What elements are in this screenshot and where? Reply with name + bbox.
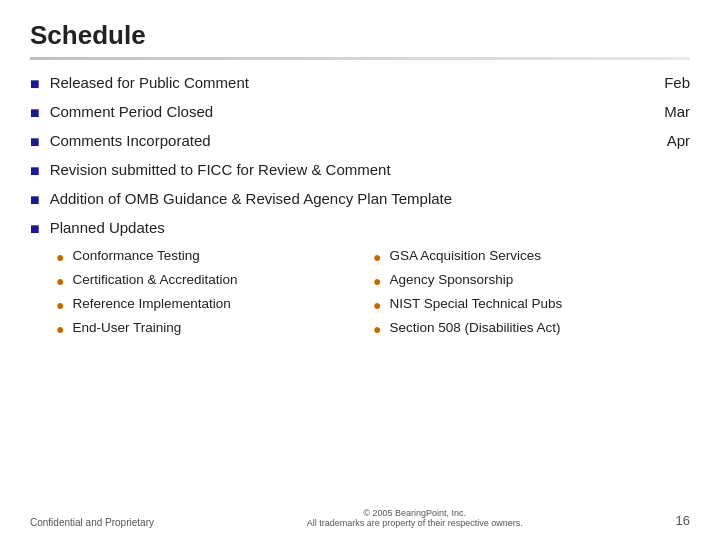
sub-item-nist: ● NIST Special Technical Pubs (373, 296, 690, 313)
slide-title: Schedule (30, 20, 690, 51)
footer-center: © 2005 BearingPoint, Inc. All trademarks… (154, 508, 676, 528)
sub-item-enduser: ● End-User Training (56, 320, 373, 337)
item-text: Addition of OMB Guidance & Revised Agenc… (50, 190, 690, 207)
bullet-icon: ■ (30, 162, 40, 180)
list-item-revision: ■ Revision submitted to FICC for Review … (30, 161, 690, 180)
footer-center-line2: All trademarks are property of their res… (174, 518, 656, 528)
list-item-released: ■ Released for Public Comment Feb (30, 74, 690, 93)
item-text: Revision submitted to FICC for Review & … (50, 161, 690, 178)
sub-bullet-icon: ● (56, 321, 64, 337)
sub-item-text: Conformance Testing (72, 248, 199, 263)
sub-item-section508: ● Section 508 (Disabilities Act) (373, 320, 690, 337)
sub-item-text: Agency Sponsorship (389, 272, 513, 287)
sub-bullet-icon: ● (373, 249, 381, 265)
list-item-planned: ■ Planned Updates (30, 219, 690, 238)
bullet-icon: ■ (30, 75, 40, 93)
sub-items-section: ● Conformance Testing ● Certification & … (56, 248, 690, 344)
sub-col-left: ● Conformance Testing ● Certification & … (56, 248, 373, 344)
sub-bullet-icon: ● (56, 249, 64, 265)
list-item-incorporated: ■ Comments Incorporated Apr (30, 132, 690, 151)
sub-item-text: NIST Special Technical Pubs (389, 296, 562, 311)
item-text: Planned Updates (50, 219, 690, 236)
bullet-icon: ■ (30, 191, 40, 209)
list-item-addition: ■ Addition of OMB Guidance & Revised Age… (30, 190, 690, 209)
footer-center-line1: © 2005 BearingPoint, Inc. (174, 508, 656, 518)
sub-item-text: End-User Training (72, 320, 181, 335)
item-date: Apr (667, 132, 690, 149)
footer: Confidential and Proprietary © 2005 Bear… (0, 508, 720, 528)
sub-item-conformance: ● Conformance Testing (56, 248, 373, 265)
list-item-comment: ■ Comment Period Closed Mar (30, 103, 690, 122)
sub-bullet-icon: ● (56, 297, 64, 313)
sub-bullet-icon: ● (373, 297, 381, 313)
divider (30, 57, 690, 60)
sub-item-agency: ● Agency Sponsorship (373, 272, 690, 289)
item-text: Released for Public Comment (50, 74, 644, 91)
item-text: Comment Period Closed (50, 103, 644, 120)
sub-item-text: Certification & Accreditation (72, 272, 237, 287)
item-text: Comments Incorporated (50, 132, 647, 149)
sub-item-text: Section 508 (Disabilities Act) (389, 320, 560, 335)
sub-item-reference: ● Reference Implementation (56, 296, 373, 313)
bullet-icon: ■ (30, 133, 40, 151)
sub-col-right: ● GSA Acquisition Services ● Agency Spon… (373, 248, 690, 344)
bullet-icon: ■ (30, 220, 40, 238)
bullet-icon: ■ (30, 104, 40, 122)
sub-item-gsa: ● GSA Acquisition Services (373, 248, 690, 265)
sub-item-text: Reference Implementation (72, 296, 230, 311)
footer-left: Confidential and Proprietary (30, 517, 154, 528)
slide: Schedule ■ Released for Public Comment F… (0, 0, 720, 540)
item-date: Feb (664, 74, 690, 91)
sub-bullet-icon: ● (373, 321, 381, 337)
sub-item-certification: ● Certification & Accreditation (56, 272, 373, 289)
sub-bullet-icon: ● (56, 273, 64, 289)
sub-item-text: GSA Acquisition Services (389, 248, 541, 263)
item-date: Mar (664, 103, 690, 120)
sub-bullet-icon: ● (373, 273, 381, 289)
footer-page: 16 (676, 513, 690, 528)
